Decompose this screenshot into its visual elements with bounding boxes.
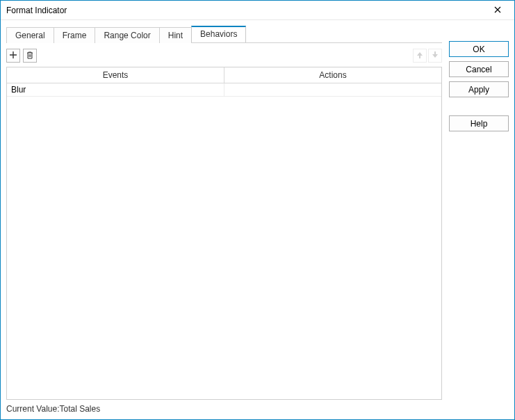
arrow-down-icon: [431, 51, 439, 61]
add-button[interactable]: [6, 49, 20, 63]
current-value: Total Sales: [59, 404, 100, 414]
behaviors-table: Events Actions Blur: [6, 67, 442, 400]
apply-button[interactable]: Apply: [449, 81, 509, 97]
tab-hint[interactable]: Hint: [159, 27, 192, 43]
table-header: Events Actions: [7, 67, 441, 83]
column-events: Events: [7, 67, 224, 83]
window-title: Format Indicator: [6, 6, 67, 15]
cell-event: Blur: [7, 83, 224, 96]
trash-icon: [26, 51, 34, 61]
move-up-button: [413, 49, 427, 63]
cell-action: [224, 83, 441, 96]
plus-icon: [9, 51, 17, 61]
tab-range-color[interactable]: Range Color: [95, 27, 159, 43]
table-body: Blur: [7, 83, 441, 399]
titlebar: Format Indicator: [1, 1, 514, 20]
tab-strip: General Frame Range Color Hint Behaviors: [6, 24, 442, 42]
delete-button[interactable]: [23, 49, 37, 63]
ok-button[interactable]: OK: [449, 41, 509, 57]
column-actions: Actions: [224, 67, 441, 83]
move-down-button: [428, 49, 442, 63]
cancel-button[interactable]: Cancel: [449, 61, 509, 77]
close-icon: [494, 6, 501, 15]
tab-frame[interactable]: Frame: [54, 27, 96, 43]
tab-behaviors[interactable]: Behaviors: [191, 26, 246, 42]
behaviors-toolbar: [6, 49, 442, 67]
close-button[interactable]: [487, 1, 509, 19]
help-button[interactable]: Help: [449, 115, 509, 131]
button-panel: OK Cancel Apply Help: [449, 24, 509, 414]
status-bar: Current Value:Total Sales: [6, 400, 442, 414]
main-panel: General Frame Range Color Hint Behaviors: [6, 24, 442, 414]
arrow-up-icon: [416, 51, 424, 61]
current-value-label: Current Value:: [6, 404, 59, 414]
table-row[interactable]: Blur: [7, 83, 441, 97]
tab-general[interactable]: General: [6, 27, 54, 43]
dialog-body: General Frame Range Color Hint Behaviors: [1, 20, 514, 419]
dialog-window: Format Indicator General Frame Range Col…: [0, 0, 515, 420]
tabpanel-behaviors: Events Actions Blur Current Value:Total …: [6, 42, 442, 414]
